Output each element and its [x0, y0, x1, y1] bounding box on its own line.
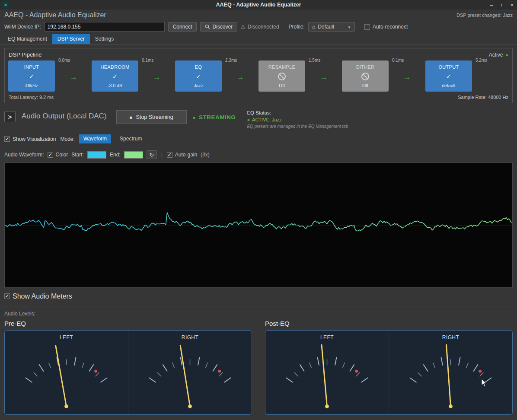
separator [160, 152, 163, 158]
disabled-icon [361, 73, 369, 80]
stage-connector: 1.5ms [305, 60, 342, 92]
auto-reconnect-checkbox[interactable]: Auto-reconnect [364, 24, 408, 30]
arrow-right-icon [320, 73, 328, 82]
home-icon [312, 24, 315, 30]
profile-dropdown[interactable]: Default [308, 22, 355, 32]
profile-label: Profile: [289, 24, 305, 30]
checkbox-box [364, 24, 370, 30]
mode-waveform-button[interactable]: Waveform [79, 134, 111, 143]
channel-label: LEFT [265, 331, 389, 340]
auto-gain-value: (3x) [201, 152, 210, 158]
mode-label: Mode: [61, 136, 75, 142]
waveform-toolbar: Audio Waveform: Color Start: End: Auto-g… [0, 147, 517, 162]
discover-button[interactable]: Discover [200, 22, 237, 32]
checkbox-box [4, 293, 10, 299]
post-eq-title: Post-EQ [265, 318, 513, 330]
eq-note: EQ presets are managed in the EQ Managem… [247, 124, 348, 129]
meters-section: Pre-EQ LEFTRIGHT Post-EQ LEFTRIGHT [0, 318, 517, 415]
show-meters-row: Show Audio Meters [0, 288, 517, 304]
active-dot-icon [505, 52, 508, 58]
start-color-swatch[interactable] [87, 151, 106, 159]
waveform-display [4, 162, 513, 288]
audio-output-row: Audio Output (Local DAC) Stop Streaming … [0, 103, 517, 130]
stage-resample: RESAMPLE Off [258, 60, 305, 92]
ip-input[interactable] [45, 22, 165, 32]
auto-gain-checkbox[interactable]: Auto-gain [167, 152, 197, 158]
check-icon [446, 73, 452, 80]
stage-connector: 5.2ms [472, 60, 509, 92]
streaming-dot-icon [193, 114, 196, 121]
arrow-right-icon [153, 73, 161, 82]
checkbox-box [167, 152, 172, 158]
search-icon [205, 24, 210, 29]
stage-eq: EQ Jazz [175, 60, 222, 92]
refresh-colors-button[interactable] [147, 150, 157, 159]
check-icon [29, 73, 35, 80]
stage-dither: DITHER Off [342, 60, 389, 92]
start-label: Start: [71, 152, 84, 158]
checkbox-box [4, 136, 10, 142]
pipeline-title: DSP Pipeline [9, 51, 41, 58]
audio-levels-label: Audio Levels: [0, 306, 517, 318]
connection-status: Disconnected [241, 24, 279, 30]
check-icon [112, 73, 118, 80]
show-audio-meters-checkbox[interactable]: Show Audio Meters [4, 293, 72, 300]
vu-meter: LEFT [5, 331, 128, 414]
visualization-row: Show Visualization Mode: Waveform Spectr… [0, 130, 517, 147]
channel-label: RIGHT [128, 331, 252, 340]
streaming-status: STREAMING [193, 114, 236, 121]
connect-button[interactable]: Connect [168, 22, 197, 32]
stage-input: INPUT 48kHz [8, 60, 55, 92]
output-icon [4, 111, 16, 122]
checkbox-box [48, 152, 53, 158]
pre-eq-title: Pre-EQ [4, 318, 252, 330]
vu-meter: RIGHT [389, 331, 512, 414]
tab-dsp-server[interactable]: DSP Server [52, 34, 90, 44]
eq-status-value: ACTIVE: Jazz [247, 117, 348, 122]
chevron-down-icon [348, 24, 351, 30]
waveform-path [5, 213, 511, 231]
disabled-icon [278, 73, 286, 80]
app-icon [2, 1, 9, 8]
stage-output: OUTPUT default [425, 60, 472, 92]
tab-settings[interactable]: Settings [90, 34, 119, 44]
tab-eq-management[interactable]: EQ Management [3, 34, 52, 44]
tab-bar: EQ Management DSP Server Settings [0, 34, 517, 45]
app-header: AAEQ - Adaptive Audio Equalizer DSP pres… [0, 10, 517, 20]
stop-streaming-button[interactable]: Stop Streaming [116, 110, 187, 124]
profile-value: Default [318, 24, 345, 30]
check-icon [196, 73, 201, 80]
vu-meter: LEFT [265, 331, 389, 414]
stop-icon [130, 114, 132, 120]
pipeline-active-indicator: Active [489, 52, 508, 58]
connection-row: WiiM Device IP: Connect Discover Disconn… [0, 20, 517, 34]
arrow-right-icon [403, 73, 411, 82]
post-eq-group: Post-EQ LEFTRIGHT [265, 318, 513, 415]
end-label: End: [110, 152, 121, 158]
channel-label: LEFT [5, 331, 128, 340]
waveform-label: Audio Waveform: [4, 152, 44, 158]
minimize-button[interactable] [490, 2, 493, 8]
arrow-right-icon [236, 73, 244, 82]
sample-rate: Sample Rate: 48000 Hz [458, 95, 508, 100]
titlebar: AAEQ - Adaptive Audio Equalizer [0, 0, 517, 10]
vu-meter: RIGHT [128, 331, 252, 414]
mode-spectrum-button[interactable]: Spectrum [115, 134, 146, 143]
eq-status-label: EQ Status: [247, 110, 348, 115]
arrow-right-icon [70, 73, 77, 82]
post-eq-meter-panel: LEFTRIGHT [265, 330, 513, 415]
eq-active-dot-icon [247, 117, 250, 122]
eq-status-block: EQ Status: ACTIVE: Jazz EQ presets are m… [247, 110, 348, 129]
dsp-pipeline-panel: DSP Pipeline Active INPUT 48kHz 0.0ms HE… [4, 48, 513, 103]
close-button[interactable] [510, 2, 514, 8]
end-color-swatch[interactable] [124, 151, 143, 159]
maximize-button[interactable] [500, 2, 504, 8]
total-latency: Total Latency: 9.2 ms [9, 95, 54, 100]
show-visualization-checkbox[interactable]: Show Visualization [4, 136, 56, 142]
color-checkbox[interactable]: Color [48, 152, 68, 158]
audio-output-title: Audio Output (Local DAC) [22, 112, 107, 121]
warning-icon [241, 24, 246, 30]
stage-connector: 0.0ms [55, 60, 92, 92]
stage-connector: 0.1ms [138, 60, 175, 92]
waveform-svg [5, 163, 512, 287]
